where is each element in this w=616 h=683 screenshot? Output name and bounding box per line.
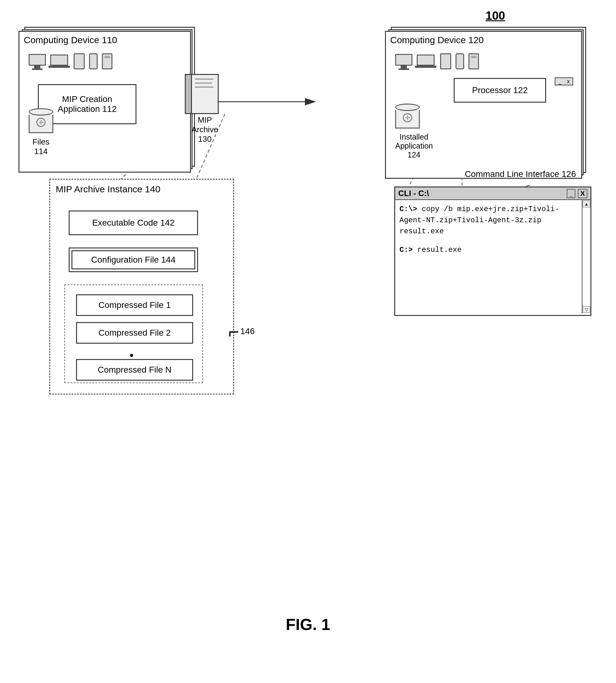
cli-title: CLI - C:\: [398, 189, 429, 198]
proc-minimize-icon: _: [558, 78, 561, 85]
compressed-file-2-box: Compressed File 2: [76, 322, 193, 344]
cli-line1: C:\> copy /b mip.exe+jre.zip+Tivoli-Agen…: [399, 204, 579, 237]
figure-label: FIG. 1: [286, 615, 330, 634]
compressed-file-n-label: Compressed File N: [97, 365, 172, 375]
cli-body: C:\> copy /b mip.exe+jre.zip+Tivoli-Agen…: [395, 200, 590, 259]
device-120-box: Computing Device 120 Processor 122: [385, 31, 582, 179]
device120-laptop-icon: [417, 55, 436, 69]
processor-box: Processor 122: [454, 78, 546, 103]
cli-line3: C:> result.exe: [399, 244, 579, 256]
scroll-down-arrow[interactable]: ▽: [583, 306, 590, 313]
device-110-box: Computing Device 110 M: [19, 31, 191, 173]
config-file-box: Configuration File 144: [69, 248, 198, 272]
phone-icon-1: [89, 53, 97, 69]
mip-creation-app-label: MIP Creation Application 112: [58, 94, 116, 114]
desktop-icon: [29, 54, 46, 69]
files-label: Files 114: [29, 137, 53, 156]
device120-tablet-icon: [440, 53, 451, 69]
cli-label: Command Line Interface 126: [465, 168, 576, 180]
installed-app-area: ✛ Installed Application 124: [395, 104, 433, 159]
tablet-icon: [73, 53, 85, 69]
compressed-file-1-label: Compressed File 1: [98, 300, 171, 310]
cli-scrollbar: ▲ ▽: [582, 200, 590, 314]
compressed-file-n-box: Compressed File N: [76, 359, 193, 381]
mip-archive-icon: MIP Archive 130: [185, 74, 225, 123]
group-label-146: ⌐146: [228, 324, 255, 339]
installed-app-label: Installed Application 124: [395, 132, 433, 159]
executable-code-box: Executable Code 142: [69, 211, 198, 235]
compressed-file-1-box: Compressed File 1: [76, 294, 193, 316]
mip-archive-label: MIP Archive 130: [185, 115, 225, 144]
compressed-files-group: Compressed File 1 Compressed File 2 •• C…: [64, 284, 203, 383]
cli-window: CLI - C:\ _ X C:\> copy /b mip.exe+jre.z…: [394, 187, 591, 316]
mip-instance-box: MIP Archive Instance 140 Executable Code…: [49, 179, 234, 394]
diagram: 100 Computing Device 110: [0, 0, 616, 683]
device-110-title: Computing Device 110: [19, 32, 190, 48]
laptop-icon: [50, 55, 69, 69]
processor-label: Processor 122: [472, 85, 528, 95]
cli-titlebar: CLI - C:\ _ X: [395, 187, 590, 200]
mip-instance-title: MIP Archive Instance 140: [50, 180, 233, 199]
phone-icon-2: [102, 53, 112, 69]
scroll-up-arrow[interactable]: ▲: [583, 201, 590, 208]
cli-minimize-icon[interactable]: _: [567, 189, 575, 198]
figure-number: 100: [486, 9, 505, 22]
device120-desktop-icon: [395, 54, 412, 69]
proc-close-icon: x: [567, 78, 570, 85]
executable-code-label: Executable Code 142: [92, 218, 175, 228]
device120-phone-icon-2: [468, 53, 479, 69]
files-db-icon: ✛ Files 114: [29, 108, 53, 156]
device120-phone-icon-1: [456, 53, 464, 69]
device-120-title: Computing Device 120: [386, 32, 581, 48]
config-file-label: Configuration File 144: [91, 255, 176, 265]
compressed-file-2-label: Compressed File 2: [98, 328, 171, 338]
cli-close-icon[interactable]: X: [578, 189, 587, 198]
